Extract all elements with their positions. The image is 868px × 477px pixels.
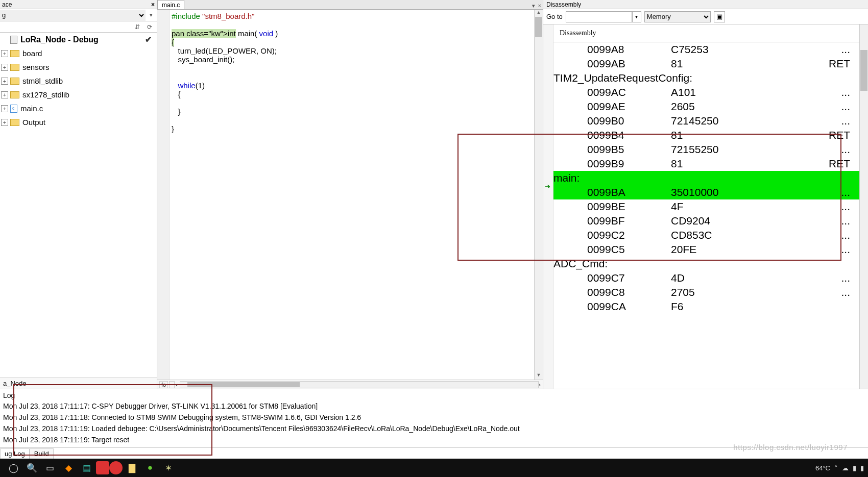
chevron-left-icon[interactable]: ‹ — [176, 382, 178, 388]
cloud-icon[interactable]: ☁ — [842, 464, 849, 472]
tab-build[interactable]: Build — [30, 448, 54, 459]
project-name: LoRa_Node - Debug — [20, 35, 99, 44]
start-icon[interactable]: ◯ — [4, 460, 22, 475]
editor-panel: main.c ▾ × #include "stm8_board.h" pan c… — [157, 0, 543, 389]
disasm-row[interactable]: 0099B981RET — [553, 157, 859, 171]
folder-icon — [10, 119, 19, 126]
expand-icon[interactable]: + — [1, 119, 8, 126]
expand-icon[interactable]: + — [1, 105, 8, 112]
project-tree: LoRa_Node - Debug ✔ +board+sensors+stm8l… — [0, 33, 157, 378]
disasm-row[interactable]: 0099C82705... — [553, 285, 859, 299]
disassembly-gutter: ➔ — [543, 24, 553, 389]
app-icon[interactable]: ● — [141, 460, 159, 475]
tree-item[interactable]: +sensors — [0, 60, 157, 74]
disassembly-column-header: Disassembly — [553, 24, 859, 42]
log-line: Mon Jul 23, 2018 17:11:18: Connected to … — [3, 412, 865, 423]
collapse-icon[interactable]: ⇵ — [132, 23, 142, 31]
log-line: Mon Jul 23, 2018 17:11:19: Loaded debuge… — [3, 423, 865, 434]
close-icon[interactable]: × — [151, 1, 155, 8]
disasm-row[interactable]: 0099AE2605... — [553, 99, 859, 114]
project-icon — [10, 36, 17, 44]
editor-status-fo[interactable]: fo — [159, 381, 168, 388]
expand-icon[interactable]: + — [1, 50, 8, 57]
disasm-row[interactable]: 0099C2CD853C... — [553, 228, 859, 242]
tray-icon[interactable]: ▮ — [853, 464, 856, 472]
editor-gutter — [157, 10, 170, 380]
taskview-icon[interactable]: ▭ — [41, 460, 59, 475]
tree-item[interactable]: +board — [0, 46, 157, 60]
app-icon[interactable] — [109, 461, 123, 474]
editor-tab-main[interactable]: main.c — [157, 0, 184, 9]
disasm-row[interactable]: 0099ACA101... — [553, 85, 859, 99]
goto-input[interactable] — [566, 11, 632, 22]
workspace-titlebar: ace × — [0, 0, 157, 9]
log-line: Mon Jul 23, 2018 17:11:17: C-SPY Debugge… — [3, 400, 865, 412]
disasm-row[interactable]: 0099A8C75253... — [553, 42, 859, 57]
disasm-row[interactable]: 0099C520FE... — [553, 242, 859, 257]
disasm-row[interactable]: 0099B072145250... — [553, 114, 859, 128]
disasm-row[interactable]: 0099BA35010000... — [553, 185, 859, 199]
toggle-mixed-button[interactable]: ▣ — [714, 11, 725, 22]
tree-item-label: main.c — [20, 104, 43, 113]
disasm-row[interactable]: main: — [553, 171, 859, 185]
check-icon: ✔ — [145, 35, 152, 44]
project-root[interactable]: LoRa_Node - Debug ✔ — [0, 33, 157, 46]
disasm-row[interactable]: 0099C74D... — [553, 271, 859, 285]
expand-icon[interactable]: + — [1, 78, 8, 85]
app-icon[interactable]: ▤ — [78, 460, 96, 475]
workspace-panel: ace × g ▾ ⇵ ⟳ LoRa_Node - Debug ✔ +board… — [0, 0, 157, 389]
memory-dropdown[interactable]: Memory — [644, 11, 711, 22]
folder-icon[interactable]: ▇ — [123, 460, 141, 475]
disasm-row[interactable]: 0099BFCD9204... — [553, 214, 859, 228]
editor-scrollbar-h[interactable] — [180, 381, 539, 388]
temperature[interactable]: 64°C — [815, 464, 830, 472]
chevron-down-icon[interactable]: ▾ — [146, 12, 157, 18]
c-file-icon — [10, 105, 17, 113]
expand-icon[interactable]: + — [1, 91, 8, 98]
log-body[interactable]: Mon Jul 23, 2018 17:11:17: C-SPY Debugge… — [0, 400, 868, 447]
tree-item[interactable]: +Output — [0, 115, 157, 129]
expand-icon[interactable]: + — [1, 64, 8, 71]
tree-item-label: Output — [22, 118, 45, 127]
disassembly-list[interactable]: Disassembly 0099A8C75253...0099AB81RETTI… — [553, 24, 859, 389]
disassembly-titlebar: Disassembly — [543, 0, 868, 9]
tree-item-label: board — [22, 49, 42, 58]
log-panel: Log Mon Jul 23, 2018 17:11:17: C-SPY Deb… — [0, 389, 868, 459]
tree-item-label: sx1278_stdlib — [22, 90, 69, 99]
app-icon[interactable]: ◆ — [59, 460, 78, 475]
chevron-down-icon[interactable]: ▾ — [632, 11, 641, 22]
disassembly-scrollbar-v[interactable] — [859, 24, 868, 389]
current-line-arrow-icon: ➔ — [545, 183, 550, 190]
log-header: Log — [0, 389, 868, 400]
disasm-row[interactable]: 0099AB81RET — [553, 57, 859, 71]
disasm-row[interactable]: 0099B481RET — [553, 128, 859, 142]
refresh-icon[interactable]: ⟳ — [144, 23, 155, 31]
tree-item[interactable]: +sx1278_stdlib — [0, 88, 157, 102]
app-icon[interactable]: ✶ — [159, 460, 178, 475]
tab-dropdown-icon[interactable]: ▾ — [531, 3, 537, 9]
disasm-row[interactable]: 0099CAF6 — [553, 299, 859, 314]
disasm-row[interactable]: TIM2_UpdateRequestConfig: — [553, 71, 859, 85]
taskbar: ◯ 🔍 ▭ ◆ ▤ ▇ ● ✶ 64°C ˄ ☁ ▮ ▮ — [0, 459, 868, 477]
tray-chevron-icon[interactable]: ˄ — [834, 464, 838, 472]
tree-item-label: sensors — [22, 63, 50, 71]
tab-close-icon[interactable]: × — [537, 3, 543, 9]
tray-icon[interactable]: ▮ — [860, 464, 864, 472]
editor-scrollbar-v[interactable]: ▲ ▼ — [534, 10, 543, 380]
editor-status-box[interactable] — [169, 381, 175, 388]
chevron-right-icon[interactable]: › — [539, 382, 541, 388]
disasm-row[interactable]: 0099BE4F... — [553, 199, 859, 214]
code-editor[interactable]: #include "stm8_board.h" pan class="kw">i… — [170, 10, 534, 380]
tree-item[interactable]: +main.c — [0, 102, 157, 115]
search-icon[interactable]: 🔍 — [22, 460, 41, 475]
tab-debug-log[interactable]: ug Log — [0, 448, 30, 459]
goto-label: Go to — [546, 13, 563, 20]
workspace-bottom-tab[interactable]: a_Node — [0, 378, 157, 389]
tree-item-label: stm8l_stdlib — [22, 77, 63, 85]
tree-item[interactable]: +stm8l_stdlib — [0, 74, 157, 88]
app-icon[interactable] — [96, 461, 109, 474]
disasm-row[interactable]: ADC_Cmd: — [553, 257, 859, 271]
workspace-config-dropdown[interactable]: g — [0, 10, 146, 21]
workspace-title: ace — [2, 1, 12, 8]
disasm-row[interactable]: 0099B572155250... — [553, 142, 859, 157]
